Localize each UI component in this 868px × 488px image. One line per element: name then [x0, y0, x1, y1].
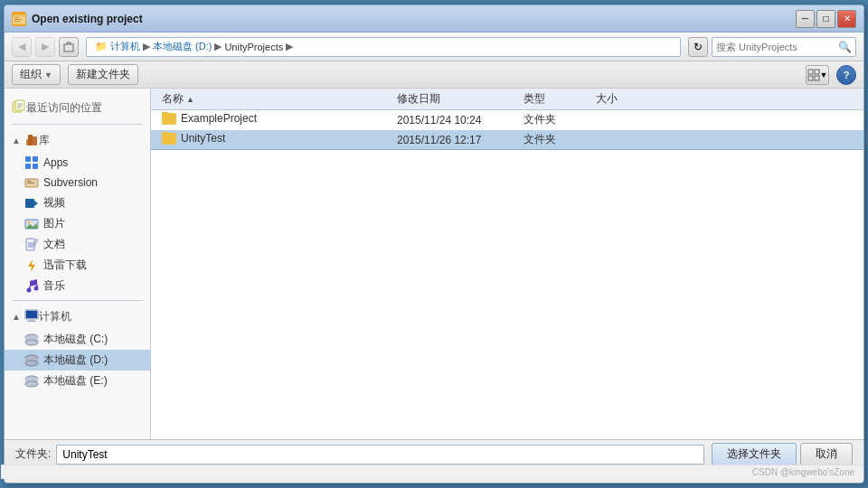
- sidebar-divider-2: [12, 300, 143, 301]
- svg-rect-24: [27, 183, 34, 183]
- svg-rect-5: [64, 44, 73, 52]
- nav-toolbar: ◀ ▶ 📁 计算机 ▶ 本地磁盘 (D:) ▶ UnityProjects ▶ …: [5, 33, 863, 61]
- close-button[interactable]: ✕: [837, 10, 856, 28]
- apps-label: Apps: [43, 156, 68, 169]
- sidebar-item-recent[interactable]: 最近访问的位置: [5, 96, 150, 120]
- drive-d-icon: [24, 353, 39, 368]
- sidebar-item-music[interactable]: 音乐: [5, 276, 150, 296]
- svg-rect-43: [29, 319, 34, 321]
- apps-icon: [24, 155, 39, 170]
- forward-button[interactable]: ▶: [35, 37, 55, 57]
- svg-rect-16: [33, 136, 37, 145]
- breadcrumb-item-computer[interactable]: 计算机: [110, 40, 140, 53]
- col-header-modified[interactable]: 修改日期: [390, 89, 516, 108]
- svg-rect-2: [14, 17, 18, 18]
- drive-c-icon: [24, 333, 39, 347]
- select-folder-button[interactable]: 选择文件夹: [712, 443, 797, 465]
- svg-rect-21: [33, 164, 38, 169]
- computer-icon: [24, 308, 39, 325]
- organize-button[interactable]: 组织 ▼: [12, 64, 61, 85]
- file-list: ExampleProject 2015/11/24 10:24 文件夹 Unit…: [151, 110, 863, 439]
- svg-rect-18: [25, 156, 31, 162]
- refresh-button[interactable]: ↻: [688, 37, 708, 57]
- svg-rect-44: [27, 321, 36, 322]
- svg-rect-17: [28, 135, 33, 145]
- sidebar-item-apps[interactable]: Apps: [5, 153, 150, 173]
- maximize-button[interactable]: □: [816, 10, 835, 28]
- svg-point-47: [25, 340, 38, 345]
- drive-c-label: 本地磁盘 (C:): [43, 332, 108, 347]
- drive-e-label: 本地磁盘 (E:): [43, 373, 108, 389]
- svg-point-28: [28, 221, 31, 223]
- new-folder-label: 新建文件夹: [76, 67, 130, 82]
- library-icon: [24, 132, 39, 149]
- breadcrumb-sep-3: ▶: [286, 41, 293, 52]
- doc-label: 文档: [43, 237, 65, 252]
- svg-rect-20: [25, 164, 31, 169]
- sidebar-section-library[interactable]: ▲ 库: [5, 128, 150, 153]
- recent-icon: [12, 99, 26, 117]
- window-controls: ─ □ ✕: [796, 10, 856, 28]
- breadcrumb-current: UnityProjects: [224, 42, 283, 52]
- sidebar-item-drive-d[interactable]: 本地磁盘 (D:): [5, 350, 150, 371]
- video-label: 视频: [43, 195, 65, 211]
- sidebar-divider-1: [12, 124, 143, 125]
- breadcrumb-item-drive[interactable]: 本地磁盘 (D:): [153, 40, 212, 53]
- action-toolbar: 组织 ▼ 新建文件夹 ▼ ?: [5, 61, 863, 89]
- filename-input[interactable]: [56, 445, 704, 465]
- computer-fold-icon: ▲: [12, 312, 21, 322]
- drive-d-label: 本地磁盘 (D:): [43, 352, 108, 368]
- organize-dropdown-arrow: ▼: [44, 70, 52, 80]
- sidebar-item-drive-e[interactable]: 本地磁盘 (E:): [5, 371, 150, 391]
- sidebar-item-thunder[interactable]: 迅雷下载: [5, 255, 150, 276]
- search-input[interactable]: [716, 42, 838, 52]
- filename-label: 文件夹:: [15, 446, 51, 462]
- svg-rect-7: [815, 70, 819, 74]
- breadcrumb-bar[interactable]: 📁 计算机 ▶ 本地磁盘 (D:) ▶ UnityProjects ▶: [86, 37, 681, 57]
- new-folder-button[interactable]: 新建文件夹: [68, 64, 138, 85]
- sidebar-item-doc[interactable]: 文档: [5, 234, 150, 255]
- col-header-size[interactable]: 大小: [589, 89, 661, 108]
- svg-marker-26: [34, 201, 38, 206]
- svg-rect-32: [34, 239, 38, 242]
- sidebar-item-svn[interactable]: Subversion: [5, 173, 150, 192]
- search-bar[interactable]: 🔍: [712, 37, 856, 57]
- sidebar: 最近访问的位置 ▲ 库: [5, 89, 151, 439]
- window-icon: [12, 12, 26, 26]
- file-row-1[interactable]: ExampleProject 2015/11/24 10:24 文件夹: [151, 110, 863, 130]
- folder-icon-1: [162, 113, 176, 125]
- file-name-2: UnityTest: [155, 132, 390, 147]
- sidebar-item-drive-c[interactable]: 本地磁盘 (C:): [5, 329, 150, 350]
- svg-rect-23: [27, 181, 31, 182]
- svg-rect-3: [14, 19, 22, 20]
- file-date-1: 2015/11/24 10:24: [390, 114, 516, 127]
- sort-arrow: ▲: [186, 95, 194, 104]
- svn-icon: [24, 175, 39, 190]
- sidebar-section-computer[interactable]: ▲ 计算机: [5, 305, 150, 329]
- watermark: CSDN @kingwebo'sZone: [1, 465, 860, 479]
- folder-icon-2: [162, 133, 176, 145]
- window-title: Open existing project: [32, 13, 796, 25]
- view-button[interactable]: ▼: [806, 65, 829, 85]
- sidebar-item-image[interactable]: 图片: [5, 213, 150, 234]
- file-type-1: 文件夹: [516, 112, 589, 127]
- col-header-name[interactable]: 名称 ▲: [155, 89, 390, 108]
- main-content: 最近访问的位置 ▲ 库: [5, 89, 863, 439]
- minimize-button[interactable]: ─: [796, 10, 815, 28]
- svg-rect-8: [808, 76, 813, 80]
- back-button[interactable]: ◀: [12, 37, 32, 57]
- help-button[interactable]: ?: [836, 65, 856, 85]
- sidebar-item-video[interactable]: 视频: [5, 192, 150, 213]
- svg-point-53: [25, 381, 38, 387]
- cancel-button[interactable]: 取消: [800, 443, 853, 465]
- thunder-icon: [24, 258, 39, 273]
- video-icon: [24, 196, 39, 211]
- music-icon: [24, 279, 39, 294]
- col-header-type[interactable]: 类型: [516, 89, 589, 108]
- up-button[interactable]: [59, 37, 79, 57]
- file-row-2[interactable]: UnityTest 2015/11/26 12:17 文件夹: [151, 130, 863, 150]
- file-area: 名称 ▲ 修改日期 类型 大小: [151, 89, 863, 439]
- file-date-2: 2015/11/26 12:17: [390, 134, 516, 146]
- dialog-window: Open existing project ─ □ ✕ ◀ ▶ 📁 计算机 ▶ …: [4, 5, 864, 483]
- library-label: 库: [39, 133, 50, 148]
